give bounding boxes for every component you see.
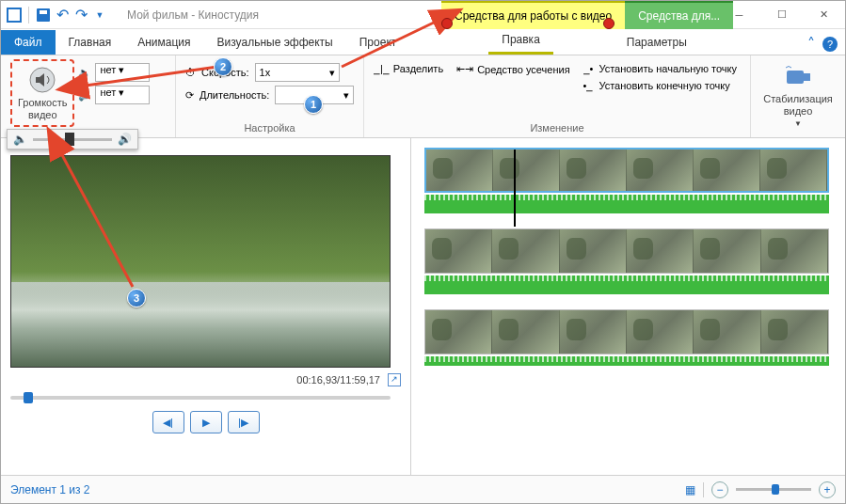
seek-bar[interactable] — [10, 396, 391, 400]
zoom-out-button[interactable]: − — [711, 481, 728, 498]
ribbon-help-group: ˄ ? — [807, 35, 838, 53]
clip-1-audio — [424, 195, 829, 213]
end-point-icon: •⎯ — [583, 80, 594, 91]
video-volume-button[interactable]: Громкость видео — [14, 63, 71, 123]
play-button[interactable]: ▶ — [190, 411, 222, 433]
video-volume-label: Громкость видео — [18, 97, 67, 121]
tab-project[interactable]: Проект — [346, 30, 410, 55]
ribbon-group-audio: Громкость видео 🔈 нет ▾ 🔈 нет ▾ д — [1, 55, 176, 137]
ribbon-group-stabilize: Стабилизация видео ▼ — [751, 55, 845, 137]
annotation-marker-1: 1 — [304, 95, 323, 114]
fadeout-select[interactable]: нет ▾ — [95, 86, 150, 104]
close-button[interactable]: ✕ — [803, 1, 845, 28]
zoom-slider[interactable] — [736, 488, 811, 491]
svg-rect-5 — [787, 71, 804, 84]
fadeout-icon: 🔈 — [78, 89, 91, 102]
split-button[interactable]: ⎯|⎯ Разделить — [374, 63, 443, 74]
tab-animation[interactable]: Анимация — [124, 30, 203, 55]
clip-3-audio — [424, 356, 829, 366]
start-point-icon: ⎯• — [583, 63, 594, 74]
trim-tool-button[interactable]: ⇤⇥ Средство усечения — [456, 63, 569, 75]
timeline-pane[interactable] — [410, 138, 845, 475]
speaker-mute-icon: 🔈 — [13, 133, 27, 146]
preview-pane: 00:16,93/11:59,17 ◀| ▶ |▶ — [1, 138, 410, 475]
fullscreen-icon[interactable] — [388, 373, 401, 386]
svg-rect-1 — [8, 9, 20, 21]
tab-params[interactable]: Параметры — [614, 30, 700, 55]
clip-1[interactable] — [424, 148, 829, 213]
ribbon-group-settings: ⏱ Скорость: 1x▾ ⟳ Длительность: ▾ Настро… — [176, 55, 364, 137]
time-display: 00:16,93/11:59,17 — [296, 374, 380, 386]
trim-icon: ⇤⇥ — [456, 63, 473, 75]
speaker-icon — [27, 65, 57, 95]
timeline-playhead[interactable] — [514, 150, 516, 227]
split-icon: ⎯|⎯ — [374, 63, 390, 74]
tab-home[interactable]: Главная — [56, 30, 125, 55]
svg-rect-6 — [804, 73, 810, 81]
collapse-ribbon-icon[interactable]: ˄ — [807, 35, 815, 53]
help-icon[interactable]: ? — [822, 37, 838, 52]
video-preview[interactable] — [10, 155, 391, 368]
annotation-dot-2 — [603, 18, 615, 29]
camera-icon — [783, 61, 813, 91]
status-element-count: Элемент 1 из 2 — [10, 483, 90, 496]
zoom-in-button[interactable]: + — [819, 481, 836, 498]
app-icon — [7, 8, 22, 23]
context-tab-group: Средства для работы с видео Средства для… — [441, 1, 733, 29]
quick-access-toolbar: ↶ ↷ ▼ — [1, 7, 113, 24]
tab-edit[interactable]: Правка — [488, 27, 553, 55]
window-title: Мой фильм - Киностудия — [127, 8, 259, 22]
status-bar: Элемент 1 из 2 ▦ − + — [1, 475, 845, 503]
settings-group-label: Настройка — [185, 122, 354, 135]
volume-slider-popup: 🔈 🔊 — [7, 129, 138, 150]
annotation-marker-3: 3 — [127, 289, 146, 307]
fade-controls: 🔈 нет ▾ 🔈 нет ▾ — [78, 59, 150, 104]
save-icon[interactable] — [36, 8, 51, 23]
context-tab-video[interactable]: Средства для работы с видео — [441, 1, 625, 29]
ribbon: Громкость видео 🔈 нет ▾ 🔈 нет ▾ д ⏱ Скор… — [1, 55, 845, 138]
speaker-loud-icon: 🔊 — [118, 133, 132, 146]
editing-group-label: Изменение — [374, 122, 741, 135]
stabilize-label: Стабилизация видео — [763, 93, 833, 118]
title-bar: ↶ ↷ ▼ Мой фильм - Киностудия Средства дл… — [1, 1, 845, 29]
volume-slider-thumb[interactable] — [65, 133, 74, 146]
seek-thumb[interactable] — [24, 392, 33, 403]
playback-controls: ◀| ▶ |▶ — [10, 411, 401, 433]
speed-icon: ⏱ — [185, 67, 196, 78]
redo-icon[interactable]: ↷ — [73, 8, 88, 23]
content-area: 00:16,93/11:59,17 ◀| ▶ |▶ — [1, 138, 845, 475]
minimize-button[interactable]: ─ — [718, 1, 760, 28]
context-tab-music[interactable]: Средства для... — [625, 1, 733, 29]
speed-combo[interactable]: 1x▾ — [255, 63, 340, 82]
undo-icon[interactable]: ↶ — [55, 8, 70, 23]
set-end-point-button[interactable]: •⎯ Установить конечную точку — [583, 80, 737, 91]
window-controls: ─ ☐ ✕ — [718, 1, 845, 28]
ribbon-tabs: Файл Главная Анимация Визуальные эффекты… — [1, 29, 845, 55]
stabilize-button[interactable]: Стабилизация видео ▼ — [760, 59, 836, 131]
zoom-controls: ▦ − + — [685, 481, 836, 498]
duration-label: Длительность: — [200, 89, 269, 101]
thumbnail-view-icon[interactable]: ▦ — [685, 483, 695, 496]
volume-button-highlight: Громкость видео — [10, 59, 74, 127]
next-frame-button[interactable]: |▶ — [228, 411, 260, 433]
tab-effects[interactable]: Визуальные эффекты — [204, 30, 346, 55]
clip-2-audio — [424, 276, 829, 294]
set-start-point-button[interactable]: ⎯• Установить начальную точку — [583, 63, 737, 74]
ribbon-group-editing: ⎯|⎯ Разделить ⇤⇥ Средство усечения ⎯• Ус… — [364, 55, 751, 137]
maximize-button[interactable]: ☐ — [760, 1, 803, 28]
qat-dropdown-icon[interactable]: ▼ — [92, 8, 107, 23]
volume-slider[interactable] — [33, 138, 112, 141]
duration-icon: ⟳ — [185, 89, 194, 102]
fadein-select[interactable]: нет ▾ — [95, 63, 150, 82]
tab-file[interactable]: Файл — [1, 30, 56, 55]
annotation-dot-1 — [441, 18, 453, 29]
prev-frame-button[interactable]: ◀| — [152, 411, 184, 433]
clip-3[interactable] — [424, 309, 829, 366]
annotation-marker-2: 2 — [214, 57, 232, 76]
svg-rect-3 — [40, 10, 47, 14]
clip-2[interactable] — [424, 228, 829, 294]
fadein-icon: 🔈 — [78, 67, 91, 79]
